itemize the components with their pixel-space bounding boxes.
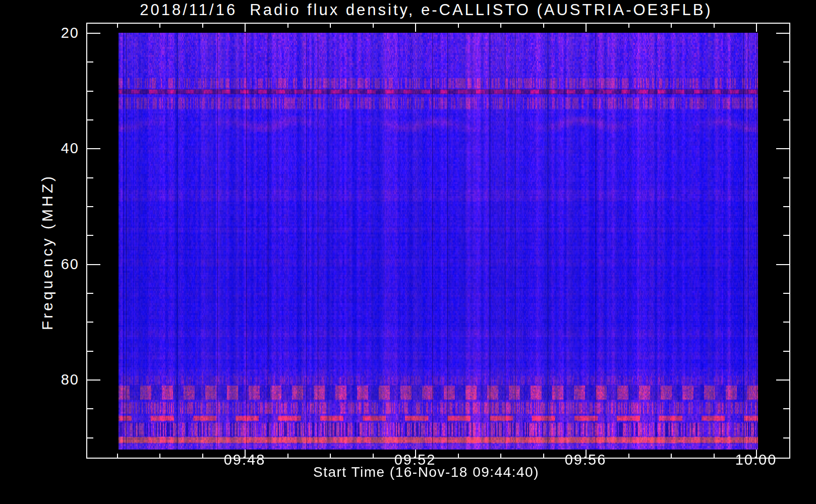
y-tick-label: 80: [0, 371, 79, 388]
axis-tick: [776, 380, 789, 381]
axis-tick: [783, 322, 789, 323]
axis-tick: [783, 119, 789, 120]
axis-tick: [87, 322, 93, 323]
axis-tick: [202, 454, 203, 458]
axis-tick: [714, 24, 715, 28]
axis-tick: [415, 24, 416, 32]
axis-tick: [756, 24, 757, 32]
axis-tick: [287, 24, 288, 28]
axis-tick: [87, 235, 93, 236]
axis-tick: [628, 454, 629, 458]
axis-tick: [586, 24, 587, 32]
axis-tick: [87, 177, 93, 178]
axis-tick: [373, 24, 374, 28]
axis-tick: [783, 293, 789, 294]
axis-tick: [87, 119, 93, 120]
axis-tick: [776, 33, 789, 34]
axis-tick: [783, 91, 789, 92]
axis-tick: [776, 264, 789, 265]
axis-tick: [783, 206, 789, 207]
axis-tick: [87, 91, 93, 92]
axis-tick: [543, 454, 544, 458]
chart-title: 2018/11/16 Radio flux density, e-CALLIST…: [140, 1, 712, 19]
callisto-spectrogram-figure: 2018/11/16 Radio flux density, e-CALLIST…: [0, 0, 816, 504]
axis-tick: [783, 61, 789, 62]
x-axis-label: Start Time (16-Nov-18 09:44:40): [313, 464, 539, 480]
axis-tick: [330, 24, 331, 28]
axis-tick: [87, 148, 100, 149]
axis-tick: [159, 454, 160, 458]
y-tick-label: 20: [0, 25, 79, 41]
axis-tick: [783, 235, 789, 236]
axis-tick: [671, 24, 672, 28]
axis-tick: [500, 454, 501, 458]
axis-tick: [543, 24, 544, 28]
axis-tick: [87, 437, 93, 438]
axis-tick: [330, 454, 331, 458]
axis-tick: [776, 148, 789, 149]
y-tick-label: 60: [0, 256, 79, 273]
axis-tick: [202, 24, 203, 28]
axis-tick: [783, 437, 789, 438]
axis-tick: [458, 24, 459, 28]
axis-tick: [117, 24, 118, 28]
axis-tick: [87, 264, 100, 265]
axis-tick: [87, 408, 93, 409]
x-tick-label: 09:56: [565, 452, 607, 468]
axis-tick: [628, 24, 629, 28]
axis-tick: [87, 293, 93, 294]
axis-tick: [500, 24, 501, 28]
y-axis-label: Frequency (MHZ): [39, 174, 56, 330]
axis-tick: [87, 33, 100, 34]
axis-tick: [87, 351, 93, 352]
plot-border: [86, 23, 790, 459]
axis-tick: [783, 408, 789, 409]
x-tick-label: 09:48: [224, 452, 266, 468]
axis-tick: [87, 206, 93, 207]
y-tick-label: 40: [0, 140, 79, 157]
axis-tick: [458, 454, 459, 458]
x-tick-label: 10:00: [735, 452, 777, 468]
axis-tick: [117, 454, 118, 458]
axis-tick: [783, 351, 789, 352]
axis-tick: [87, 380, 100, 381]
axis-tick: [714, 454, 715, 458]
axis-tick: [287, 454, 288, 458]
axis-tick: [245, 24, 246, 32]
axis-tick: [87, 61, 93, 62]
axis-tick: [373, 454, 374, 458]
axis-tick: [671, 454, 672, 458]
axis-tick: [783, 177, 789, 178]
axis-tick: [159, 24, 160, 28]
